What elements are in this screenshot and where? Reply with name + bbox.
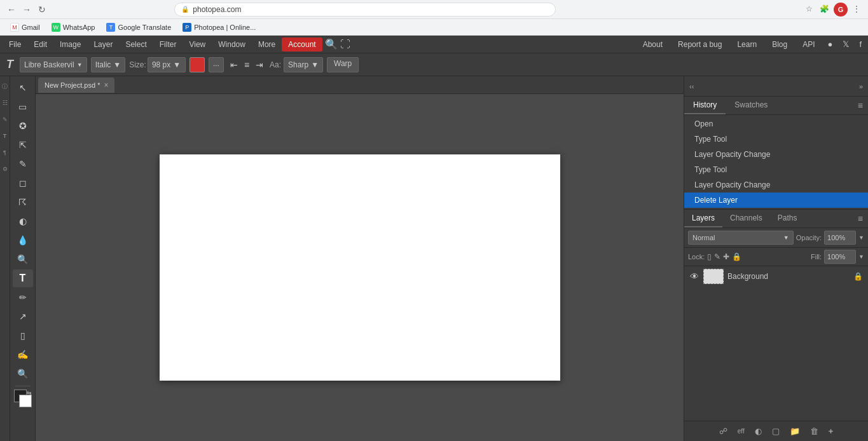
paint-bucket-button[interactable]: 💧 (13, 231, 33, 249)
zoom-tool-button[interactable]: 🔍 (13, 250, 33, 268)
twitter-icon[interactable]: 𝕏 (839, 37, 853, 51)
menu-edit[interactable]: Edit (27, 37, 53, 51)
font-style-selector[interactable]: Italic ▼ (91, 57, 126, 72)
link-layers-button[interactable]: ☍ (717, 425, 730, 437)
menu-button[interactable]: ⋮ (850, 3, 863, 15)
more-options-button[interactable]: ... (209, 57, 224, 72)
menu-file[interactable]: File (3, 37, 27, 51)
menu-select[interactable]: Select (119, 37, 153, 51)
lock-all-icon[interactable]: 🔒 (732, 252, 741, 261)
file-tab[interactable]: New Project.psd * × (38, 78, 114, 93)
aa-selector[interactable]: Sharp ▼ (284, 57, 323, 72)
pen-tool-button[interactable]: ✏ (13, 288, 33, 306)
clone-stamp-button[interactable]: ☈ (13, 193, 33, 211)
type-panel-icon[interactable]: T (1, 128, 10, 144)
marquee-tool-button[interactable]: ▭ (13, 98, 33, 116)
address-bar[interactable]: 🔒 photopea.com (174, 3, 556, 17)
panel-expand-button[interactable]: » (857, 81, 865, 92)
history-tab[interactable]: History (684, 97, 726, 114)
lock-pixels-icon[interactable]: ▯ (707, 252, 712, 261)
bookmark-gmail[interactable]: M Gmail (5, 22, 45, 33)
eraser-tool-button[interactable]: ◻ (13, 174, 33, 192)
warp-button[interactable]: Warp (327, 57, 359, 72)
fill-input[interactable]: 100% (824, 250, 856, 264)
profile-button[interactable]: G (834, 3, 848, 17)
menu-image[interactable]: Image (53, 37, 87, 51)
layers-tab[interactable]: Layers (684, 210, 722, 227)
extensions-button[interactable]: 🧩 (818, 3, 831, 15)
channels-tab[interactable]: Channels (722, 210, 770, 227)
forward-button[interactable]: → (20, 3, 33, 16)
bookmark-star-button[interactable]: ☆ (803, 3, 816, 15)
font-size-input[interactable]: 98 px ▼ (148, 57, 186, 72)
menu-more[interactable]: More (252, 37, 282, 51)
blend-mode-selector[interactable]: Normal ▼ (688, 231, 794, 245)
adjust-panel-icon[interactable]: ☷ (1, 95, 10, 111)
align-left-button[interactable]: ⇤ (228, 57, 240, 72)
lock-move-icon[interactable]: ✚ (723, 252, 729, 261)
extra-tools-icon[interactable]: ⚙ (1, 161, 10, 177)
rectangle-tool-button[interactable]: ▯ (13, 327, 33, 344)
menu-learn[interactable]: Learn (731, 37, 763, 51)
opacity-input[interactable]: 100% (824, 231, 856, 245)
bookmark-whatsapp[interactable]: W WhatsApp (46, 22, 100, 33)
facebook-icon[interactable]: f (855, 37, 865, 51)
brush-tool-button[interactable]: ✎ (13, 155, 33, 173)
panel-collapse-left-button[interactable]: ‹‹ (687, 81, 696, 92)
new-layer-group-button[interactable]: 📁 (787, 425, 803, 437)
fx-button[interactable]: eff (735, 426, 747, 436)
align-center-button[interactable]: ≡ (242, 57, 252, 72)
menu-blog[interactable]: Blog (766, 37, 794, 51)
text-color-swatch[interactable] (189, 57, 205, 72)
reddit-icon[interactable]: ● (824, 37, 837, 51)
back-button[interactable]: ← (5, 3, 18, 16)
dodge-tool-button[interactable]: ◐ (13, 212, 33, 230)
history-item-opacity-2[interactable]: Layer Opacity Change (684, 177, 868, 193)
info-panel-icon[interactable]: ⓘ (1, 79, 10, 94)
layers-panel-menu-button[interactable]: ≡ (853, 211, 868, 226)
hand-tool-button[interactable]: ✍ (13, 346, 33, 363)
font-family-selector[interactable]: Libre Baskervil ▼ (20, 57, 87, 72)
reload-button[interactable]: ↻ (36, 3, 48, 16)
bookmark-google-translate[interactable]: T Google Translate (101, 22, 176, 33)
crop-tool-button[interactable]: ⇱ (13, 136, 33, 154)
zoom-tool-button-2[interactable]: 🔍 (13, 365, 33, 383)
adjustment-layer-button[interactable]: ◐ (752, 425, 764, 437)
menu-about[interactable]: About (637, 37, 669, 51)
history-panel-menu-button[interactable]: ≡ (853, 98, 868, 113)
history-item-type-tool-2[interactable]: Type Tool (684, 162, 868, 177)
group-layer-button[interactable]: ▢ (769, 425, 782, 437)
menu-account[interactable]: Account (282, 37, 322, 51)
path-select-button[interactable]: ↗ (13, 308, 33, 325)
canvas[interactable] (160, 154, 560, 381)
menu-api[interactable]: API (796, 37, 821, 51)
search-button[interactable]: 🔍 (325, 38, 338, 50)
menu-layer[interactable]: Layer (87, 37, 119, 51)
menu-window[interactable]: Window (212, 37, 252, 51)
layer-item-background[interactable]: 👁 Background 🔒 (684, 266, 868, 287)
tab-close-button[interactable]: × (104, 81, 108, 90)
layer-visibility-icon[interactable]: 👁 (689, 271, 699, 282)
menu-report-bug[interactable]: Report a bug (672, 37, 728, 51)
history-item-open[interactable]: Open (684, 116, 868, 132)
move-tool-button[interactable]: ↖ (13, 79, 33, 97)
delete-layer-button[interactable]: 🗑 (808, 425, 821, 437)
brush-settings-icon[interactable]: ✎ (1, 112, 10, 127)
align-right-button[interactable]: ⇥ (253, 57, 266, 72)
history-item-type-tool-1[interactable]: Type Tool (684, 132, 868, 147)
paragraph-panel-icon[interactable]: ¶ (1, 145, 10, 160)
swatches-tab[interactable]: Swatches (726, 97, 776, 114)
menu-view[interactable]: View (183, 37, 212, 51)
bookmark-photopea[interactable]: P Photopea | Online... (177, 22, 261, 33)
menu-filter[interactable]: Filter (153, 37, 183, 51)
lock-position-icon[interactable]: ✎ (714, 252, 720, 261)
history-item-opacity-1[interactable]: Layer Opacity Change (684, 147, 868, 162)
history-item-delete-layer[interactable]: Delete Layer (684, 193, 868, 208)
lasso-tool-button[interactable]: ✪ (13, 117, 33, 135)
swap-colors-icon[interactable]: ⇆ (27, 390, 32, 396)
paths-tab[interactable]: Paths (770, 210, 805, 227)
new-layer-button[interactable]: + (826, 425, 836, 437)
type-tool-button[interactable]: T (13, 269, 33, 287)
fullscreen-button[interactable]: ⛶ (340, 39, 350, 50)
background-color[interactable] (19, 395, 32, 407)
